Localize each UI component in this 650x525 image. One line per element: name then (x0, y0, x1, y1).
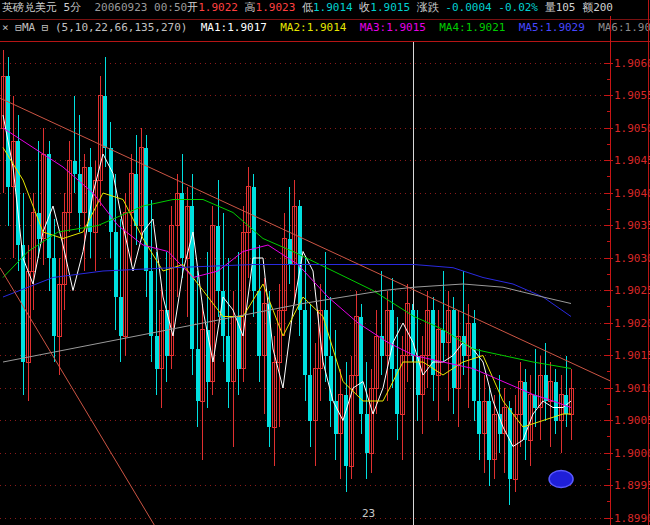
candle-down (477, 401, 481, 434)
candle-down (257, 291, 261, 356)
axis-label: 1.9000 (614, 447, 650, 460)
candle-down (155, 336, 159, 369)
axis-label: 1.9025 (614, 284, 650, 297)
candle-down (149, 271, 153, 336)
axis-label: 1.9020 (614, 317, 650, 330)
candle-down (52, 258, 56, 336)
candle-down (462, 336, 466, 356)
axis-label: 1.9030 (614, 252, 650, 265)
x-axis-date-label: 23 (362, 507, 375, 520)
candle-down (252, 187, 256, 291)
candle-down (196, 349, 200, 401)
axis-label: 1.9050 (614, 122, 650, 135)
candle-down (544, 375, 548, 401)
candle-down (324, 310, 328, 356)
candle-down (114, 232, 118, 297)
axis-label: 1.8995 (614, 479, 650, 492)
chart-canvas[interactable]: 1.90601.90551.90501.90451.90401.90351.90… (0, 0, 650, 525)
candle-down (73, 161, 77, 174)
candle-down (472, 323, 476, 401)
axis-label: 1.9010 (614, 382, 650, 395)
axis-label: 1.9015 (614, 349, 650, 362)
candle-down (298, 206, 302, 310)
candle-down (267, 304, 271, 428)
ellipse-annotation[interactable] (549, 471, 573, 488)
candle-down (308, 375, 312, 421)
candle-down (47, 154, 51, 258)
axis-label: 1.9055 (614, 89, 650, 102)
axis-label: 1.9060 (614, 57, 650, 70)
candle-down (119, 297, 123, 336)
candle-down (78, 174, 82, 213)
candle-down (554, 382, 558, 421)
candle-down (103, 96, 107, 148)
candle-down (329, 356, 333, 402)
candle-down (390, 310, 394, 369)
candle-down (134, 174, 138, 226)
axis-label: 1.9005 (614, 414, 650, 427)
axis-label: 1.8990 (614, 512, 650, 525)
axis-label: 1.9035 (614, 219, 650, 232)
candle-down (441, 330, 445, 343)
candle-down (365, 414, 369, 453)
candle-down (226, 336, 230, 382)
candle-down (303, 310, 307, 375)
candle-down (216, 226, 220, 291)
candle-down (533, 395, 537, 408)
candle-down (452, 310, 456, 388)
candle-down (487, 401, 491, 460)
candle-down (431, 310, 435, 375)
axis-label: 1.9045 (614, 154, 650, 167)
axis-label: 1.9040 (614, 187, 650, 200)
candle-down (180, 193, 184, 258)
chart-window: { "header": { "symbol": "英磅兑美元", "period… (0, 0, 650, 525)
